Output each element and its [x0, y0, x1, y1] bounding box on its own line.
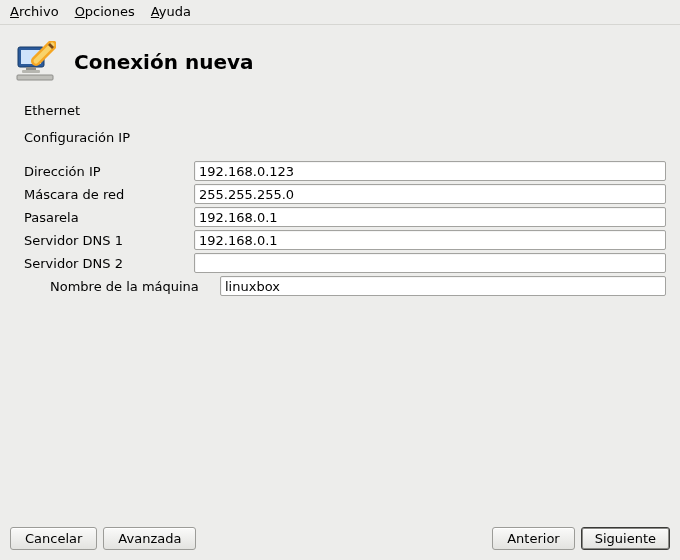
input-hostname[interactable]: [220, 276, 666, 296]
next-button[interactable]: Siguiente: [581, 527, 670, 550]
header: Conexión nueva: [0, 25, 680, 103]
input-dns2[interactable]: [194, 253, 666, 273]
menu-file[interactable]: Archivo: [10, 4, 59, 19]
network-connection-icon: [14, 41, 56, 83]
input-gateway[interactable]: [194, 207, 666, 227]
content: Ethernet Configuración IP Dirección IP M…: [0, 103, 680, 296]
label-netmask: Máscara de red: [24, 185, 194, 204]
menu-options[interactable]: Opciones: [75, 4, 135, 19]
menu-help[interactable]: Ayuda: [151, 4, 191, 19]
page-title: Conexión nueva: [74, 50, 254, 74]
button-bar: Cancelar Avanzada Anterior Siguiente: [0, 517, 680, 560]
input-netmask[interactable]: [194, 184, 666, 204]
svg-rect-3: [22, 70, 40, 73]
input-dns1[interactable]: [194, 230, 666, 250]
label-dns2: Servidor DNS 2: [24, 254, 194, 273]
svg-rect-2: [26, 67, 36, 70]
advanced-button[interactable]: Avanzada: [103, 527, 196, 550]
menubar: Archivo Opciones Ayuda: [0, 0, 680, 25]
cancel-button[interactable]: Cancelar: [10, 527, 97, 550]
svg-rect-4: [17, 75, 53, 80]
label-dns1: Servidor DNS 1: [24, 231, 194, 250]
input-ip[interactable]: [194, 161, 666, 181]
section-ipconfig: Configuración IP: [24, 130, 666, 145]
label-gateway: Pasarela: [24, 208, 194, 227]
label-hostname: Nombre de la máquina: [24, 277, 220, 296]
section-ethernet: Ethernet: [24, 103, 666, 118]
label-ip: Dirección IP: [24, 162, 194, 181]
ip-form: Dirección IP Máscara de red Pasarela Ser…: [24, 161, 666, 296]
back-button[interactable]: Anterior: [492, 527, 574, 550]
